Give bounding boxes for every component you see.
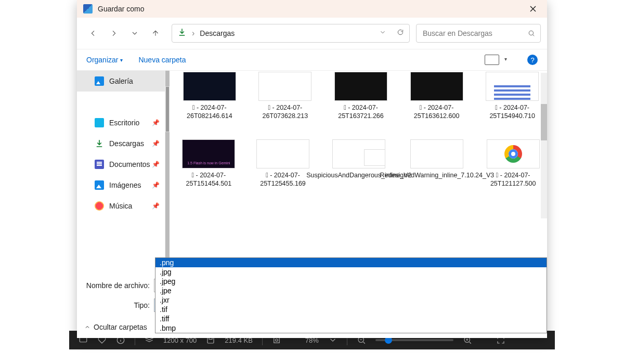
file-tile[interactable]: 󰋽 - 2024-07-26T082146.614 [180, 72, 239, 127]
app-icon [83, 4, 93, 14]
path-history-icon[interactable] [379, 29, 386, 38]
sidebar-item-downloads[interactable]: Descargas 📌 [77, 133, 165, 154]
window-title: Guardar como [98, 5, 521, 13]
file-tile[interactable]: 󰋽 - 2024-07-25T154940.710 [483, 72, 542, 127]
nav-row: › Descargas [77, 18, 547, 49]
file-tile[interactable]: 󰋽 - 2024-07-25T125455.169 [254, 139, 312, 194]
type-option[interactable]: .tiff [155, 314, 547, 323]
file-tile[interactable]: RedesignedWarning_inline_7.10.24_V3 [406, 139, 467, 194]
type-label: Tipo: [77, 301, 154, 309]
toolbar: Organizar ▾ Nueva carpeta ? [77, 49, 547, 71]
type-option[interactable]: .tif [155, 305, 547, 314]
svg-rect-4 [274, 337, 280, 343]
search-icon [528, 30, 535, 37]
type-option[interactable]: .jpeg [155, 277, 547, 286]
titlebar: Guardar como [77, 0, 547, 18]
new-folder-button[interactable]: Nueva carpeta [138, 56, 186, 64]
help-button[interactable]: ? [527, 55, 538, 65]
images-icon [95, 180, 104, 190]
svg-rect-0 [80, 337, 87, 342]
nav-back-icon[interactable] [88, 29, 98, 38]
refresh-icon[interactable] [397, 29, 404, 38]
desktop-icon [95, 118, 104, 127]
view-mode-button[interactable] [485, 55, 499, 65]
sidebar-item-label: Galería [109, 77, 133, 85]
type-option[interactable]: .bmp [155, 323, 547, 333]
pin-icon: 📌 [152, 202, 160, 210]
sidebar-item-music[interactable]: Música 📌 [77, 196, 165, 216]
sidebar: Galería Escritorio 📌 Descargas 📌 Documen… [77, 71, 165, 276]
music-icon [95, 201, 104, 211]
sidebar-item-label: Descargas [109, 139, 144, 148]
pin-icon: 📌 [152, 181, 160, 189]
type-option[interactable]: .jpg [155, 267, 547, 277]
file-tile[interactable]: 󰋽 - 2024-07-26T073628.213 [256, 72, 315, 127]
type-dropdown-list[interactable]: .png .jpg .jpeg .jpe .jxr .tif .tiff .bm… [155, 257, 547, 333]
nav-recent-icon[interactable] [130, 29, 139, 38]
pin-icon: 📌 [152, 119, 160, 126]
file-tile[interactable]: 󰋽 - 2024-07-25T163721.266 [331, 72, 391, 127]
filegrid-scrollbar[interactable] [541, 73, 547, 218]
sidebar-item-label: Imágenes [109, 181, 141, 189]
documents-icon [95, 160, 104, 169]
type-option[interactable]: .png [155, 258, 547, 267]
hide-folders-toggle[interactable]: Ocultar carpetas [84, 323, 147, 331]
breadcrumb-current[interactable]: Descargas [200, 29, 374, 37]
sidebar-item-documents[interactable]: Documentos 📌 [77, 154, 165, 175]
type-option[interactable]: .jxr [155, 295, 547, 305]
breadcrumb-separator: › [192, 29, 194, 38]
address-bar[interactable]: › Descargas [172, 24, 410, 43]
search-input[interactable] [422, 29, 528, 38]
sidebar-item-gallery[interactable]: Galería [77, 71, 165, 92]
file-tile[interactable]: 1.5 Flash is now in Gemini󰋽 - 2024-07-25… [180, 139, 238, 194]
sidebar-scrollbar[interactable] [165, 71, 170, 276]
file-tile[interactable]: 󰋽 - 2024-07-25T121127.500 [484, 139, 542, 194]
sidebar-item-label: Escritorio [109, 119, 139, 127]
nav-forward-icon[interactable] [109, 29, 119, 38]
sidebar-item-label: Música [109, 202, 132, 210]
download-icon [95, 139, 104, 148]
sidebar-item-desktop[interactable]: Escritorio 📌 [77, 112, 165, 133]
pin-icon: 📌 [152, 140, 160, 147]
svg-point-8 [529, 31, 533, 35]
sidebar-item-label: Documentos [109, 160, 150, 168]
sidebar-item-images[interactable]: Imágenes 📌 [77, 175, 165, 196]
type-option[interactable]: .jpe [155, 286, 547, 295]
file-tile[interactable]: 󰋽 - 2024-07-25T163612.600 [407, 72, 466, 127]
download-folder-icon [177, 28, 187, 39]
filename-label: Nombre de archivo: [77, 281, 154, 290]
zoom-slider[interactable] [375, 339, 453, 341]
pin-icon: 📌 [152, 161, 160, 168]
close-button[interactable] [521, 0, 545, 18]
svg-point-5 [276, 339, 278, 342]
organize-menu[interactable]: Organizar ▾ [86, 56, 123, 64]
search-box[interactable] [416, 24, 541, 43]
gallery-icon [95, 76, 104, 86]
file-grid: 󰋽 - 2024-07-26T082146.614 󰋽 - 2024-07-26… [170, 71, 547, 276]
nav-up-icon[interactable] [151, 29, 160, 38]
